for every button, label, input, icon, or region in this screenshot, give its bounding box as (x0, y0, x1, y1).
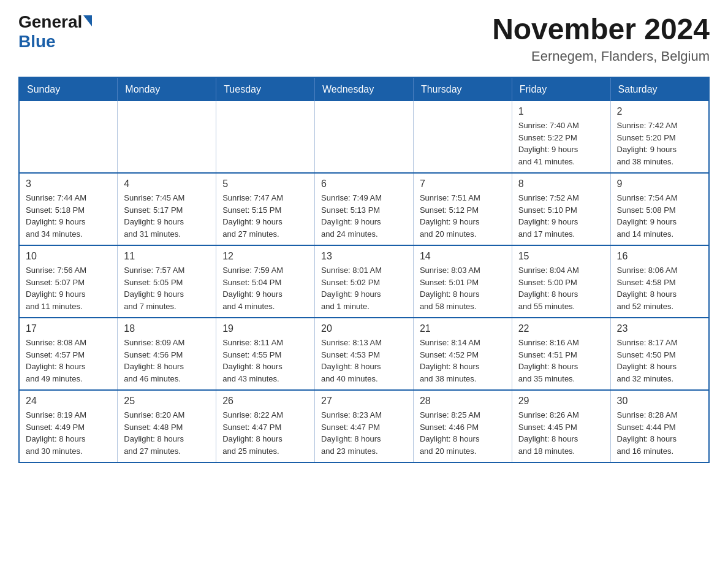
day-number: 19 (222, 323, 308, 334)
day-info: Sunrise: 8:04 AMSunset: 5:00 PMDaylight:… (518, 264, 604, 312)
month-title: November 2024 (492, 12, 710, 46)
calendar-header-saturday: Saturday (610, 77, 709, 101)
day-number: 22 (518, 323, 604, 334)
calendar-cell: 27Sunrise: 8:23 AMSunset: 4:47 PMDayligh… (315, 390, 414, 462)
day-number: 9 (617, 178, 702, 190)
calendar-cell (118, 101, 216, 173)
calendar-cell: 20Sunrise: 8:13 AMSunset: 4:53 PMDayligh… (315, 318, 414, 390)
day-info: Sunrise: 8:19 AMSunset: 4:49 PMDaylight:… (26, 409, 111, 457)
calendar-cell (413, 101, 512, 173)
day-number: 3 (26, 178, 111, 190)
day-number: 14 (420, 251, 506, 262)
day-info: Sunrise: 8:01 AMSunset: 5:02 PMDaylight:… (321, 264, 407, 312)
day-info: Sunrise: 8:16 AMSunset: 4:51 PMDaylight:… (518, 337, 604, 385)
page-header: General Blue November 2024 Eernegem, Fla… (18, 12, 710, 64)
day-info: Sunrise: 8:28 AMSunset: 4:44 PMDaylight:… (617, 409, 702, 457)
calendar-cell (315, 101, 414, 173)
day-info: Sunrise: 7:54 AMSunset: 5:08 PMDaylight:… (617, 192, 702, 240)
calendar-cell: 8Sunrise: 7:52 AMSunset: 5:10 PMDaylight… (512, 173, 610, 245)
logo-triangle-icon (83, 15, 92, 26)
calendar-cell: 6Sunrise: 7:49 AMSunset: 5:13 PMDaylight… (315, 173, 414, 245)
day-number: 16 (617, 251, 702, 262)
day-info: Sunrise: 7:51 AMSunset: 5:12 PMDaylight:… (420, 192, 506, 240)
logo-general-text: General (18, 12, 82, 32)
calendar-week-row: 24Sunrise: 8:19 AMSunset: 4:49 PMDayligh… (19, 390, 709, 462)
calendar-cell: 1Sunrise: 7:40 AMSunset: 5:22 PMDaylight… (512, 101, 610, 173)
day-info: Sunrise: 8:17 AMSunset: 4:50 PMDaylight:… (617, 337, 702, 385)
calendar-table: SundayMondayTuesdayWednesdayThursdayFrid… (18, 77, 710, 463)
day-number: 23 (617, 323, 702, 334)
calendar-cell: 11Sunrise: 7:57 AMSunset: 5:05 PMDayligh… (118, 245, 216, 318)
day-number: 12 (222, 251, 308, 262)
calendar-cell: 18Sunrise: 8:09 AMSunset: 4:56 PMDayligh… (118, 318, 216, 390)
day-info: Sunrise: 7:59 AMSunset: 5:04 PMDaylight:… (222, 264, 308, 312)
day-number: 1 (518, 106, 604, 117)
calendar-header-row: SundayMondayTuesdayWednesdayThursdayFrid… (19, 77, 709, 101)
day-number: 18 (124, 323, 210, 334)
calendar-header-monday: Monday (118, 77, 216, 101)
logo-blue-text: Blue (18, 32, 56, 52)
calendar-cell: 29Sunrise: 8:26 AMSunset: 4:45 PMDayligh… (512, 390, 610, 462)
calendar-cell: 9Sunrise: 7:54 AMSunset: 5:08 PMDaylight… (610, 173, 709, 245)
day-info: Sunrise: 7:57 AMSunset: 5:05 PMDaylight:… (124, 264, 210, 312)
day-info: Sunrise: 7:45 AMSunset: 5:17 PMDaylight:… (124, 192, 210, 240)
calendar-cell: 22Sunrise: 8:16 AMSunset: 4:51 PMDayligh… (512, 318, 610, 390)
calendar-cell (19, 101, 118, 173)
calendar-cell: 10Sunrise: 7:56 AMSunset: 5:07 PMDayligh… (19, 245, 118, 318)
calendar-cell: 28Sunrise: 8:25 AMSunset: 4:46 PMDayligh… (413, 390, 512, 462)
calendar-header-tuesday: Tuesday (216, 77, 315, 101)
day-info: Sunrise: 8:11 AMSunset: 4:55 PMDaylight:… (222, 337, 308, 385)
day-info: Sunrise: 7:49 AMSunset: 5:13 PMDaylight:… (321, 192, 407, 240)
calendar-week-row: 17Sunrise: 8:08 AMSunset: 4:57 PMDayligh… (19, 318, 709, 390)
calendar-cell: 30Sunrise: 8:28 AMSunset: 4:44 PMDayligh… (610, 390, 709, 462)
day-info: Sunrise: 7:56 AMSunset: 5:07 PMDaylight:… (26, 264, 111, 312)
calendar-header-thursday: Thursday (413, 77, 512, 101)
day-info: Sunrise: 8:13 AMSunset: 4:53 PMDaylight:… (321, 337, 407, 385)
calendar-cell: 16Sunrise: 8:06 AMSunset: 4:58 PMDayligh… (610, 245, 709, 318)
day-info: Sunrise: 8:26 AMSunset: 4:45 PMDaylight:… (518, 409, 604, 457)
calendar-header-wednesday: Wednesday (315, 77, 414, 101)
calendar-cell: 17Sunrise: 8:08 AMSunset: 4:57 PMDayligh… (19, 318, 118, 390)
calendar-cell: 3Sunrise: 7:44 AMSunset: 5:18 PMDaylight… (19, 173, 118, 245)
day-info: Sunrise: 7:42 AMSunset: 5:20 PMDaylight:… (617, 120, 702, 167)
calendar-cell: 21Sunrise: 8:14 AMSunset: 4:52 PMDayligh… (413, 318, 512, 390)
calendar-cell: 7Sunrise: 7:51 AMSunset: 5:12 PMDaylight… (413, 173, 512, 245)
day-number: 11 (124, 251, 210, 262)
day-number: 5 (222, 178, 308, 190)
day-info: Sunrise: 8:25 AMSunset: 4:46 PMDaylight:… (420, 409, 506, 457)
title-section: November 2024 Eernegem, Flanders, Belgiu… (492, 12, 710, 64)
day-number: 17 (26, 323, 111, 334)
day-number: 8 (518, 178, 604, 190)
day-number: 20 (321, 323, 407, 334)
calendar-cell: 5Sunrise: 7:47 AMSunset: 5:15 PMDaylight… (216, 173, 315, 245)
day-info: Sunrise: 8:09 AMSunset: 4:56 PMDaylight:… (124, 337, 210, 385)
day-number: 10 (26, 251, 111, 262)
day-number: 21 (420, 323, 506, 334)
calendar-cell: 15Sunrise: 8:04 AMSunset: 5:00 PMDayligh… (512, 245, 610, 318)
day-info: Sunrise: 8:06 AMSunset: 4:58 PMDaylight:… (617, 264, 702, 312)
day-number: 24 (26, 396, 111, 407)
calendar-cell: 4Sunrise: 7:45 AMSunset: 5:17 PMDaylight… (118, 173, 216, 245)
logo: General Blue (18, 12, 92, 52)
day-number: 13 (321, 251, 407, 262)
day-number: 7 (420, 178, 506, 190)
calendar-cell: 26Sunrise: 8:22 AMSunset: 4:47 PMDayligh… (216, 390, 315, 462)
calendar-week-row: 10Sunrise: 7:56 AMSunset: 5:07 PMDayligh… (19, 245, 709, 318)
day-number: 27 (321, 396, 407, 407)
calendar-cell: 13Sunrise: 8:01 AMSunset: 5:02 PMDayligh… (315, 245, 414, 318)
day-number: 29 (518, 396, 604, 407)
location-title: Eernegem, Flanders, Belgium (492, 48, 710, 64)
calendar-cell: 24Sunrise: 8:19 AMSunset: 4:49 PMDayligh… (19, 390, 118, 462)
day-number: 28 (420, 396, 506, 407)
day-info: Sunrise: 8:08 AMSunset: 4:57 PMDaylight:… (26, 337, 111, 385)
calendar-week-row: 1Sunrise: 7:40 AMSunset: 5:22 PMDaylight… (19, 101, 709, 173)
day-info: Sunrise: 8:22 AMSunset: 4:47 PMDaylight:… (222, 409, 308, 457)
day-number: 6 (321, 178, 407, 190)
day-info: Sunrise: 8:20 AMSunset: 4:48 PMDaylight:… (124, 409, 210, 457)
day-number: 25 (124, 396, 210, 407)
calendar-header-friday: Friday (512, 77, 610, 101)
calendar-cell: 23Sunrise: 8:17 AMSunset: 4:50 PMDayligh… (610, 318, 709, 390)
day-info: Sunrise: 7:44 AMSunset: 5:18 PMDaylight:… (26, 192, 111, 240)
day-info: Sunrise: 7:47 AMSunset: 5:15 PMDaylight:… (222, 192, 308, 240)
day-info: Sunrise: 8:14 AMSunset: 4:52 PMDaylight:… (420, 337, 506, 385)
